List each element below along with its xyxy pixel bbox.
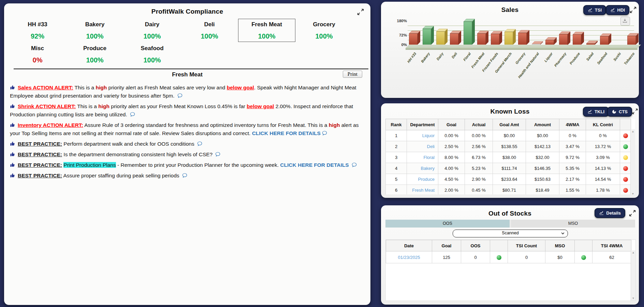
expand-icon[interactable] xyxy=(632,108,638,115)
chart-floor-edge xyxy=(406,48,638,50)
bar-Health and Natural[interactable] xyxy=(532,44,543,45)
department-link[interactable]: Deli xyxy=(407,141,438,152)
table-row: 5Produce4.50 %2.90 %$233.64$150.632.17 %… xyxy=(386,174,631,185)
department-tile[interactable]: Produce100% xyxy=(66,43,123,66)
department-tile[interactable]: Misc0% xyxy=(9,43,66,66)
department-name: HH #33 xyxy=(9,21,66,28)
cts-button-label: CTS xyxy=(619,109,628,114)
department-tile[interactable]: Bakery100% xyxy=(66,19,123,42)
bar-Dairy[interactable] xyxy=(436,31,448,45)
details-link[interactable]: CLICK HERE FOR DETAILS xyxy=(252,130,321,136)
department-tile[interactable]: Deli100% xyxy=(181,19,238,42)
comment-bubble-icon[interactable] xyxy=(215,151,221,157)
scroll-up-icon[interactable]: ▲ xyxy=(631,129,635,134)
thumbs-up-icon xyxy=(10,141,15,146)
department-tile[interactable]: Dairy100% xyxy=(123,19,181,42)
comment-bubble-icon[interactable] xyxy=(130,112,135,117)
bar-Fresh Meat[interactable] xyxy=(477,33,488,45)
alert-text: Shrink ACTION ALERT: xyxy=(18,103,76,109)
expand-icon[interactable] xyxy=(629,6,637,14)
sales-bar-chart: 180%72%0%HH #33BakeryDairyDeliFloralFres… xyxy=(395,20,638,88)
bar-Seafood[interactable] xyxy=(600,36,611,45)
alert-text: high xyxy=(329,122,340,128)
comment-bubble-icon[interactable] xyxy=(351,162,357,168)
department-link[interactable]: Fresh Meat xyxy=(407,185,438,195)
alert-item: BEST PRACTICE: Perform department walk a… xyxy=(10,140,365,148)
department-name: Misc xyxy=(9,45,66,52)
status-cell xyxy=(490,251,508,263)
department-tile[interactable]: Fresh Meat100% xyxy=(238,19,295,42)
tkli-button[interactable]: TKLI xyxy=(583,107,609,117)
tab-oos[interactable]: OOS xyxy=(385,220,510,228)
scroll-down-icon[interactable]: ▼ xyxy=(631,296,635,301)
tsi-button[interactable]: TSI xyxy=(583,5,606,15)
rank-cell: 6 xyxy=(386,185,407,195)
department-tile[interactable]: Seafood100% xyxy=(123,43,181,66)
hdi-button[interactable]: HDI xyxy=(606,5,629,15)
alert-item: BEST PRACTICE: Is the department demonst… xyxy=(10,150,365,159)
amount-cell: $18.49 xyxy=(526,185,559,195)
comment-bubble-icon[interactable] xyxy=(322,130,327,136)
oos-mso-tabs: OOS MSO xyxy=(385,220,635,228)
bar-Produce[interactable] xyxy=(573,34,584,45)
known-loss-table: RankDepartmentGoalActualGoal AmtAmount4W… xyxy=(385,119,631,194)
department-link[interactable]: Liquor xyxy=(407,130,438,141)
scroll-up-icon[interactable]: ▲ xyxy=(631,250,635,255)
details-button[interactable]: Details xyxy=(595,208,625,218)
bar-General Merch[interactable] xyxy=(504,32,516,45)
bar-Deli[interactable] xyxy=(450,33,461,45)
date-link[interactable]: 01/23/2025 xyxy=(386,251,432,263)
bar-Floral[interactable] xyxy=(464,21,475,45)
print-button[interactable]: Print xyxy=(343,71,362,78)
department-tile[interactable]: HH #3392% xyxy=(9,19,66,42)
bar-front-face xyxy=(491,34,499,45)
bar-front-face xyxy=(600,36,609,45)
scroll-down-icon[interactable]: ▼ xyxy=(631,192,635,194)
bar-Bakery[interactable] xyxy=(423,29,434,45)
alert-text: below goal xyxy=(227,85,254,90)
department-compliance-value: 100% xyxy=(67,56,123,64)
scrollbar[interactable]: ▲ ▼ xyxy=(631,250,635,301)
comment-bubble-icon[interactable] xyxy=(177,93,183,99)
cts-button[interactable]: CTS xyxy=(607,107,632,117)
bar-Tobacco[interactable] xyxy=(627,36,639,45)
bar-HH #33[interactable] xyxy=(409,33,420,45)
department-link[interactable]: Produce xyxy=(407,174,438,185)
comment-bubble-icon[interactable] xyxy=(197,141,203,147)
comment-bubble-icon[interactable] xyxy=(182,173,188,178)
amount-cell: $150.63 xyxy=(526,174,559,185)
bar-Salad[interactable] xyxy=(586,43,598,45)
bar-Pharmacy[interactable] xyxy=(559,34,570,45)
department-tile[interactable]: Grocery100% xyxy=(295,19,353,42)
expand-icon[interactable] xyxy=(629,209,636,217)
column-header: Department xyxy=(407,119,438,130)
department-compliance-value: 100% xyxy=(124,32,180,40)
department-compliance-value: 100% xyxy=(238,32,295,40)
mso-cell: $0 xyxy=(545,251,575,263)
details-link[interactable]: CLICK HERE FOR DETAILS xyxy=(280,162,349,168)
4wma-cell: 1.55 % xyxy=(559,185,586,195)
alert-text: Assure Rule of 3 ordering standard for f… xyxy=(83,122,329,128)
bar-Grocery[interactable] xyxy=(518,33,529,45)
column-header: Rank xyxy=(386,119,407,130)
expand-icon[interactable] xyxy=(357,8,364,16)
alert-item: BEST PRACTICE: Print Production Plans - … xyxy=(10,161,365,169)
status-dot-green xyxy=(581,255,586,260)
bar-side-face xyxy=(472,19,475,45)
goal-cell: 2.50 % xyxy=(438,141,465,152)
column-header: Goal Amt xyxy=(493,119,526,130)
alert-item: Shrink ACTION ALERT: This is a high prio… xyxy=(10,102,365,119)
bar-Liquor[interactable] xyxy=(545,40,557,45)
goal-cell: 4.50 % xyxy=(438,174,465,185)
actual-cell: 0.00 % xyxy=(465,130,493,141)
department-link[interactable]: Bakery xyxy=(407,163,438,174)
bar-front-face xyxy=(409,33,418,45)
tab-mso[interactable]: MSO xyxy=(511,220,635,228)
kl-contri-cell: 14.13 % xyxy=(586,163,620,174)
bar-Frozen Foods[interactable] xyxy=(491,34,502,45)
department-link[interactable]: Floral xyxy=(407,152,438,163)
scanned-dropdown[interactable]: Scanned xyxy=(453,230,568,237)
scrollbar[interactable]: ▲ ▼ xyxy=(630,129,635,194)
goal-cell: 4.00 % xyxy=(438,163,465,174)
4wma-cell: 3.47 % xyxy=(559,141,586,152)
